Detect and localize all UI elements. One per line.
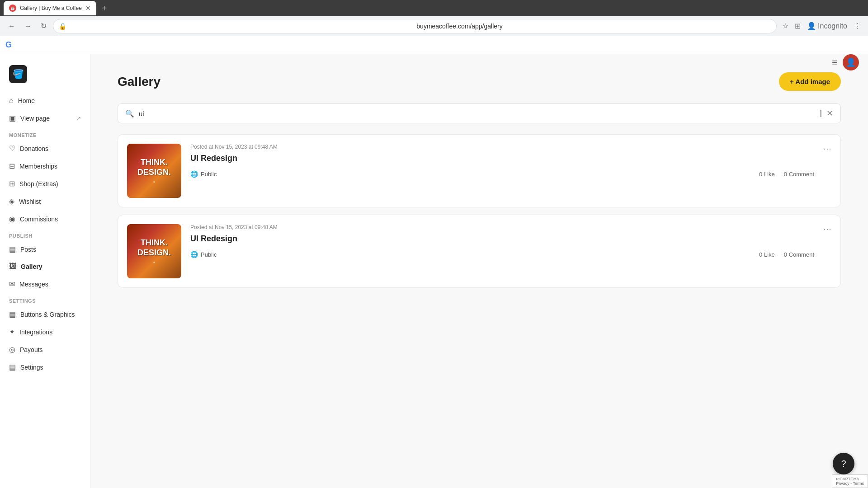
item-meta: Posted at Nov 15, 2023 at 09:48 AM — [190, 224, 814, 230]
wishlist-icon: ◈ — [9, 197, 14, 206]
item-more-icon[interactable]: ⋯ — [823, 144, 831, 154]
sidebar-item-integrations[interactable]: ✦ Integrations — [0, 323, 90, 341]
page-title: Gallery — [118, 75, 160, 89]
search-bar: 🔍 | ✕ — [118, 103, 841, 123]
item-thumbnail: THINK. DESIGN. ● — [127, 224, 181, 278]
memberships-icon: ⊟ — [9, 162, 15, 170]
thumb-line1: THINK. — [141, 238, 168, 248]
forward-button[interactable]: → — [22, 20, 34, 32]
sidebar-item-home[interactable]: ⌂ Home — [0, 92, 90, 109]
sidebar-item-donations[interactable]: ♡ Donations — [0, 140, 90, 157]
browser-chrome: ☕ Gallery | Buy Me a Coffee ✕ + — [0, 0, 868, 16]
item-body: Posted at Nov 15, 2023 at 09:48 AM UI Re… — [190, 144, 814, 178]
search-input[interactable] — [139, 110, 816, 117]
globe-icon: 🌐 — [190, 170, 198, 178]
buttons-graphics-icon: ▤ — [9, 310, 16, 319]
status-label: Public — [201, 171, 217, 178]
logo-icon: 🪣 — [13, 69, 24, 80]
sidebar-item-home-label: Home — [18, 97, 35, 104]
comment-count: 0 Comment — [784, 171, 814, 178]
browser-tab[interactable]: ☕ Gallery | Buy Me a Coffee ✕ — [4, 1, 96, 15]
globe-icon: 🌐 — [190, 251, 198, 258]
thumb-line2: DESIGN. — [137, 248, 171, 258]
grid-icon[interactable]: ⊞ — [793, 20, 802, 32]
sidebar-item-wishlist[interactable]: ◈ Wishlist — [0, 192, 90, 210]
tab-close-icon[interactable]: ✕ — [85, 5, 91, 12]
user-avatar[interactable]: 👤 — [843, 54, 859, 70]
tab-favicon: ☕ — [9, 5, 16, 12]
sidebar-item-settings[interactable]: ▤ Settings — [0, 358, 90, 376]
sidebar-item-view-page[interactable]: ▣ View page ↗ — [0, 109, 90, 127]
integrations-icon: ✦ — [9, 328, 15, 336]
sidebar-wishlist-label: Wishlist — [19, 198, 41, 205]
item-body: Posted at Nov 15, 2023 at 09:48 AM UI Re… — [190, 224, 814, 258]
recaptcha-text: reCAPTCHAPrivacy - Terms — [836, 477, 864, 486]
item-title: UI Redesign — [190, 234, 814, 244]
commissions-icon: ◉ — [9, 215, 15, 223]
publish-section-label: PUBLISH — [0, 228, 90, 240]
item-footer: 🌐 Public 0 Like 0 Comment — [190, 251, 814, 258]
thumb-line2: DESIGN. — [137, 168, 171, 178]
sidebar-messages-label: Messages — [19, 281, 48, 288]
settings-section-label: SETTINGS — [0, 293, 90, 305]
reload-button[interactable]: ↻ — [38, 20, 49, 32]
browser-toolbar: ← → ↻ 🔒 buymeacoffee.com/app/gallery ☆ ⊞… — [0, 16, 868, 36]
address-bar[interactable]: 🔒 buymeacoffee.com/app/gallery — [53, 19, 777, 33]
app-header: ≡ 👤 — [832, 54, 859, 70]
help-button[interactable]: ? — [833, 453, 854, 474]
heart-icon: ♡ — [9, 144, 15, 153]
new-tab-icon[interactable]: + — [102, 3, 107, 14]
item-stats: 0 Like 0 Comment — [759, 171, 814, 178]
comment-count: 0 Comment — [784, 251, 814, 258]
sidebar-commissions-label: Commissions — [20, 216, 58, 223]
item-footer: 🌐 Public 0 Like 0 Comment — [190, 170, 814, 178]
sidebar-item-posts[interactable]: ▤ Posts — [0, 240, 90, 258]
thumbnail-image: THINK. DESIGN. ● — [127, 224, 181, 278]
sidebar-item-buttons-graphics[interactable]: ▤ Buttons & Graphics — [0, 305, 90, 323]
back-button[interactable]: ← — [5, 20, 18, 32]
sidebar-item-payouts[interactable]: ◎ Payouts — [0, 341, 90, 358]
sidebar-shop-label: Shop (Extras) — [19, 180, 58, 188]
main-content: Gallery + Add image 🔍 | ✕ THINK. DESIGN.… — [90, 54, 868, 488]
gallery-item: THINK. DESIGN. ● Posted at Nov 15, 2023 … — [118, 215, 841, 288]
gallery-item: THINK. DESIGN. ● Posted at Nov 15, 2023 … — [118, 134, 841, 207]
sidebar-item-memberships[interactable]: ⊟ Memberships — [0, 157, 90, 175]
recaptcha-badge: reCAPTCHAPrivacy - Terms — [832, 474, 868, 488]
sidebar-logo: 🪣 — [0, 61, 90, 92]
app-logo: 🪣 — [9, 65, 27, 83]
avatar-image: 👤 — [846, 57, 856, 67]
sidebar: 🪣 ⌂ Home ▣ View page ↗ MONETIZE ♡ Donati… — [0, 54, 90, 488]
gallery-icon: 🖼 — [9, 263, 16, 271]
sidebar-buttons-graphics-label: Buttons & Graphics — [20, 311, 75, 318]
google-bar: G — [0, 36, 868, 54]
payouts-icon: ◎ — [9, 345, 15, 354]
add-image-button[interactable]: + Add image — [779, 72, 841, 91]
clear-search-icon[interactable]: ✕ — [826, 108, 833, 118]
sidebar-item-messages[interactable]: ✉ Messages — [0, 275, 90, 293]
sidebar-item-commissions[interactable]: ◉ Commissions — [0, 210, 90, 228]
item-meta: Posted at Nov 15, 2023 at 09:48 AM — [190, 144, 814, 150]
thumbnail-image: THINK. DESIGN. ● — [127, 144, 181, 198]
bookmark-icon[interactable]: ☆ — [780, 20, 790, 32]
monetize-section-label: MONETIZE — [0, 127, 90, 140]
sidebar-item-shop[interactable]: ⊞ Shop (Extras) — [0, 175, 90, 192]
posts-icon: ▤ — [9, 245, 16, 253]
messages-icon: ✉ — [9, 280, 15, 288]
sidebar-donations-label: Donations — [20, 145, 48, 152]
settings-icon: ▤ — [9, 363, 16, 371]
sidebar-gallery-label: Gallery — [21, 263, 42, 270]
item-status: 🌐 Public — [190, 170, 217, 178]
sidebar-integrations-label: Integrations — [19, 328, 52, 336]
home-icon: ⌂ — [9, 97, 14, 105]
item-thumbnail: THINK. DESIGN. ● — [127, 144, 181, 198]
google-logo: G — [5, 40, 12, 50]
sidebar-payouts-label: Payouts — [20, 346, 43, 353]
item-status: 🌐 Public — [190, 251, 217, 258]
sidebar-item-gallery[interactable]: 🖼 Gallery — [0, 258, 90, 275]
item-more-icon[interactable]: ⋯ — [823, 224, 831, 234]
sidebar-memberships-label: Memberships — [19, 163, 57, 170]
hamburger-menu-icon[interactable]: ≡ — [832, 57, 837, 68]
sidebar-posts-label: Posts — [20, 246, 36, 253]
profile-icon[interactable]: 👤 Incognito — [805, 20, 849, 32]
menu-icon[interactable]: ⋮ — [852, 20, 863, 32]
